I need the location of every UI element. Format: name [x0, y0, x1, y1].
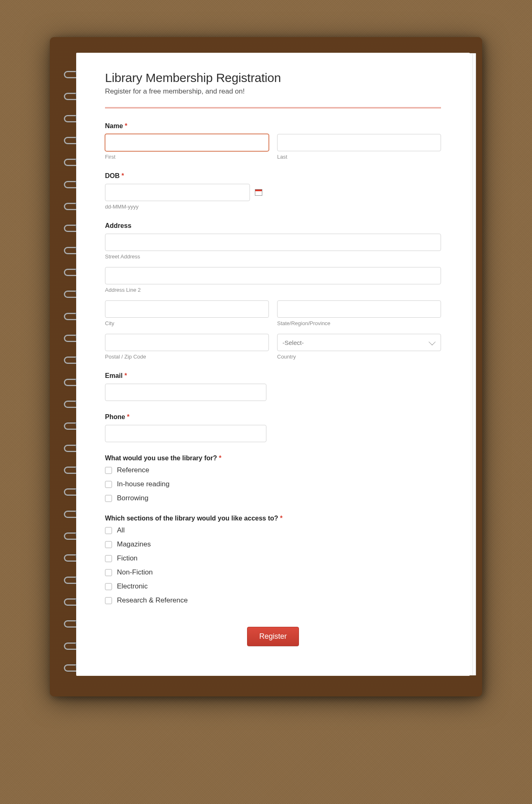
- address-line2-input[interactable]: [105, 267, 441, 284]
- country-placeholder: -Select-: [282, 339, 304, 346]
- sections-option[interactable]: Research & Reference: [105, 596, 441, 605]
- usage-checkbox[interactable]: [105, 467, 112, 474]
- page-title: Library Membership Registration: [105, 71, 441, 85]
- address-label: Address: [105, 222, 441, 230]
- sections-option-label: All: [117, 526, 125, 534]
- usage-option[interactable]: In-house reading: [105, 480, 441, 488]
- usage-label: What would you use the library for? *: [105, 455, 441, 462]
- sections-checkbox[interactable]: [105, 597, 112, 604]
- last-name-input[interactable]: [277, 134, 441, 151]
- sections-checkbox[interactable]: [105, 527, 112, 534]
- sections-option[interactable]: Fiction: [105, 554, 441, 563]
- city-input[interactable]: [105, 300, 269, 318]
- sections-option[interactable]: Non-Fiction: [105, 568, 441, 577]
- sections-option[interactable]: Magazines: [105, 540, 441, 549]
- usage-option-label: In-house reading: [117, 480, 170, 488]
- usage-checkbox[interactable]: [105, 481, 112, 488]
- usage-option[interactable]: Borrowing: [105, 494, 441, 502]
- last-name-sublabel: Last: [277, 154, 441, 160]
- state-sublabel: State/Region/Province: [277, 320, 441, 326]
- form-page: Library Membership Registration Register…: [76, 53, 470, 676]
- sections-option[interactable]: All: [105, 526, 441, 534]
- sections-option[interactable]: Electronic: [105, 582, 441, 591]
- usage-checkbox[interactable]: [105, 495, 112, 502]
- chevron-down-icon: [429, 338, 436, 345]
- phone-label: Phone *: [105, 413, 441, 421]
- phone-input[interactable]: [105, 425, 266, 442]
- sections-option-label: Fiction: [117, 554, 138, 563]
- sections-checkbox[interactable]: [105, 569, 112, 576]
- email-label: Email *: [105, 372, 441, 380]
- sections-option-label: Non-Fiction: [117, 568, 153, 577]
- line2-sublabel: Address Line 2: [105, 287, 441, 293]
- dob-label: DOB *: [105, 172, 441, 180]
- section-divider: [105, 107, 441, 108]
- usage-option[interactable]: Reference: [105, 466, 441, 474]
- postal-input[interactable]: [105, 334, 269, 351]
- street-sublabel: Street Address: [105, 253, 441, 260]
- phone-field: Phone *: [105, 413, 441, 442]
- name-label: Name *: [105, 122, 441, 130]
- address-field: Address Street Address Address Line 2 Ci…: [105, 222, 441, 360]
- name-field: Name * First Last: [105, 122, 441, 160]
- state-input[interactable]: [277, 300, 441, 318]
- sections-option-label: Magazines: [117, 540, 151, 549]
- usage-option-label: Reference: [117, 466, 149, 474]
- postal-sublabel: Postal / Zip Code: [105, 354, 269, 360]
- email-input[interactable]: [105, 384, 266, 401]
- sections-checkbox[interactable]: [105, 555, 112, 562]
- dob-format-sublabel: dd-MMM-yyyy: [105, 204, 441, 210]
- calendar-icon[interactable]: [255, 189, 262, 196]
- first-name-sublabel: First: [105, 154, 269, 160]
- page-subtitle: Register for a free membership, and read…: [105, 87, 441, 96]
- sections-checkbox[interactable]: [105, 541, 112, 548]
- street-address-input[interactable]: [105, 234, 441, 251]
- sections-checkbox[interactable]: [105, 583, 112, 590]
- notepad-cover: Library Membership Registration Register…: [50, 37, 482, 696]
- dob-field: DOB * dd-MMM-yyyy: [105, 172, 441, 210]
- sections-field: Which sections of the library would you …: [105, 515, 441, 605]
- usage-field: What would you use the library for? * Re…: [105, 455, 441, 502]
- first-name-input[interactable]: [105, 134, 269, 151]
- city-sublabel: City: [105, 320, 269, 326]
- sections-option-label: Electronic: [117, 582, 148, 591]
- email-field: Email *: [105, 372, 441, 401]
- register-button[interactable]: Register: [247, 627, 299, 646]
- dob-input[interactable]: [105, 184, 250, 201]
- usage-option-label: Borrowing: [117, 494, 149, 502]
- country-sublabel: Country: [277, 354, 441, 360]
- country-select[interactable]: -Select-: [277, 334, 441, 351]
- sections-label: Which sections of the library would you …: [105, 515, 441, 522]
- sections-option-label: Research & Reference: [117, 596, 188, 605]
